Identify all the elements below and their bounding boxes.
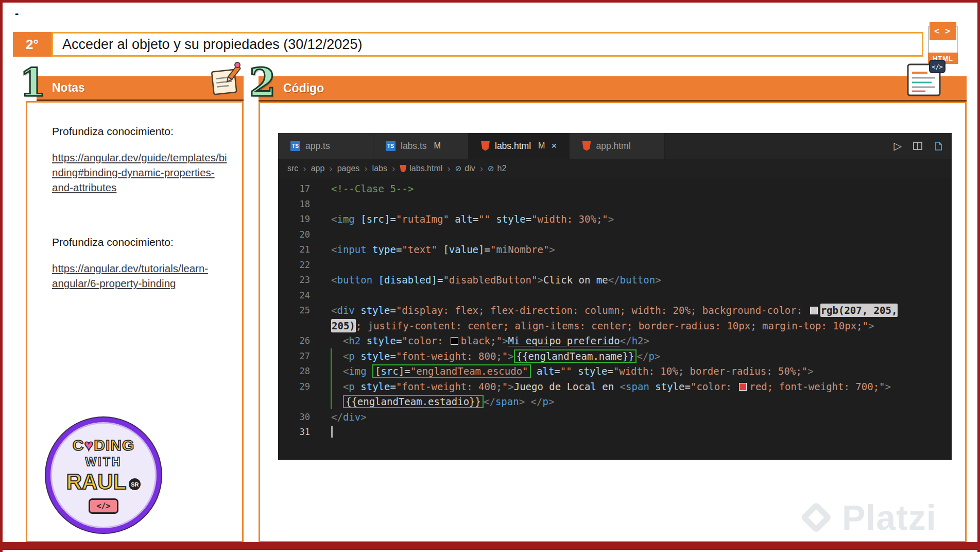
code-brackets-icon: < > xyxy=(930,22,956,40)
text-cursor xyxy=(331,426,333,438)
line-number: 27 xyxy=(278,349,310,364)
line-number: 23 xyxy=(278,273,310,288)
line-number: 20 xyxy=(278,227,310,243)
ts-file-icon: TS xyxy=(386,141,396,151)
ts-file-icon: TS xyxy=(290,141,300,151)
modified-badge: M xyxy=(538,141,545,150)
color-swatch xyxy=(810,307,818,314)
step-number-2: 2 xyxy=(249,63,276,102)
code-line-29: 29 <p style="font-weight: 400;">Juego de… xyxy=(278,379,952,395)
breadcrumb-separator: › xyxy=(480,163,483,174)
line-number: 29 xyxy=(278,379,310,395)
breadcrumb-item-pages[interactable]: pages xyxy=(337,164,360,173)
coding-with-raul-logo: C♥DING WITH RAULSR </> xyxy=(46,417,161,533)
code-line-26: 26 <h2 style="color: black;">Mi equipo p… xyxy=(278,333,952,349)
line-number xyxy=(278,394,310,410)
line-number: 19 xyxy=(278,212,310,227)
code-line-25: 25<div style="display: flex; flex-direct… xyxy=(278,303,952,319)
color-swatch xyxy=(739,383,747,391)
angular-property-binding-tutorial-link[interactable]: https://angular.dev/tutorials/learn-angu… xyxy=(52,261,231,291)
code-line-19: 19<img [src]="rutaImg" alt="" style="wid… xyxy=(278,212,952,227)
code-line-24: 24 xyxy=(278,288,952,304)
breadcrumb-separator: › xyxy=(364,163,367,174)
editor-actions: ▷ xyxy=(894,133,943,159)
line-number: 18 xyxy=(278,197,310,212)
run-icon[interactable]: ▷ xyxy=(894,140,902,152)
indent-guide xyxy=(331,348,332,409)
html-file-badge-icon: < > HTML xyxy=(927,22,959,64)
breadcrumb-separator: › xyxy=(392,163,395,174)
code-line-28: 28 <img [src]="englandTeam.escudo" alt="… xyxy=(278,364,952,379)
breadcrumb-item-labs.html[interactable]: labs.html xyxy=(400,164,442,173)
line-number: 17 xyxy=(278,181,310,197)
html-file-icon xyxy=(582,141,591,151)
code-section-header: Código xyxy=(259,76,967,102)
split-editor-icon[interactable] xyxy=(913,142,922,150)
code-line-wrap: {{englandTeam.estadio}}</span> </p> xyxy=(278,394,952,410)
line-number: 24 xyxy=(278,288,310,304)
html-file-icon xyxy=(481,141,490,151)
bottom-red-bar xyxy=(3,542,977,550)
line-number: 31 xyxy=(278,425,310,440)
code-line-30: 30</div> xyxy=(278,410,952,425)
close-tab-icon[interactable]: × xyxy=(551,140,557,152)
breadcrumb-item-h2[interactable]: ⊘h2 xyxy=(488,164,506,173)
breadcrumb-item-src[interactable]: src xyxy=(287,164,298,173)
code-header-label: Código xyxy=(283,81,324,95)
heart-icon: ♥ xyxy=(84,437,94,454)
code-area[interactable]: 17<!--Clase 5-->1819<img [src]="rutaImg"… xyxy=(278,178,952,460)
logo-line-raul: RAULSR xyxy=(66,470,141,494)
editor-tabs: TSapp.tsTSlabs.tsMlabs.htmlM×app.html ▷ xyxy=(278,133,952,159)
logo-line-coding: C♥DING xyxy=(73,437,134,454)
class-number-badge: 2° xyxy=(13,32,51,57)
code-line-18: 18 xyxy=(278,197,952,212)
notes-heading-2: Profundiza conocimiento: xyxy=(52,236,242,248)
sr-badge: SR xyxy=(129,478,141,490)
breadcrumb: src›app›pages›labs›labs.html›⊘div›⊘h2 xyxy=(278,159,952,178)
symbol-icon: ⊘ xyxy=(455,164,462,173)
breadcrumb-item-labs[interactable]: labs xyxy=(372,164,387,173)
page-title-box: Acceder al objeto y su propiedades (30/1… xyxy=(51,32,923,57)
modified-badge: M xyxy=(434,141,441,150)
tab-label: labs.html xyxy=(495,141,531,152)
line-number: 25 xyxy=(278,303,310,319)
code-line-20: 20 xyxy=(278,227,952,243)
tab-app.ts[interactable]: TSapp.ts xyxy=(278,133,373,159)
vscode-editor: TSapp.tsTSlabs.tsMlabs.htmlM×app.html ▷ … xyxy=(278,133,952,460)
symbol-icon: ⊘ xyxy=(488,164,494,173)
sticky-note-icon xyxy=(208,60,242,97)
logo-line-with: WITH xyxy=(85,455,122,469)
tab-label: labs.ts xyxy=(401,141,427,152)
code-document-icon: </> xyxy=(905,59,947,99)
tab-label: app.ts xyxy=(305,141,330,152)
tab-label: app.html xyxy=(596,141,630,152)
notes-heading-1: Profundiza conocimiento: xyxy=(52,125,242,138)
code-line-23: 23<button [disabled]="disabledButton">Cl… xyxy=(278,273,952,288)
line-number: 26 xyxy=(278,333,310,349)
tab-labs.ts[interactable]: TSlabs.tsM xyxy=(373,133,469,159)
line-number xyxy=(278,319,310,334)
code-line-17: 17<!--Clase 5--> xyxy=(278,181,952,197)
open-file-icon[interactable] xyxy=(934,141,943,151)
breadcrumb-separator: › xyxy=(329,163,332,174)
page-title: Acceder al objeto y su propiedades (30/1… xyxy=(62,37,362,53)
breadcrumb-item-app[interactable]: app xyxy=(311,164,325,173)
svg-text:</>: </> xyxy=(932,63,943,71)
code-line-31: 31 xyxy=(278,425,952,440)
notes-header-label: Notas xyxy=(52,81,85,95)
code-line-22: 22 xyxy=(278,258,952,273)
line-number: 30 xyxy=(278,410,310,425)
color-swatch xyxy=(451,337,458,345)
tab-labs.html[interactable]: labs.htmlM× xyxy=(469,133,570,159)
top-dash: - xyxy=(15,7,19,20)
tab-app.html[interactable]: app.html xyxy=(570,133,665,159)
page: - 2° Acceder al objeto y su propiedades … xyxy=(0,0,980,552)
html-file-icon xyxy=(400,165,406,173)
code-window-icon: </> xyxy=(89,498,118,514)
code-line-wrap: 205); justify-content: center; align-ite… xyxy=(278,319,952,334)
breadcrumb-item-div[interactable]: ⊘div xyxy=(455,164,475,173)
line-number: 28 xyxy=(278,364,310,379)
line-number: 21 xyxy=(278,242,310,258)
angular-binding-guide-link[interactable]: https://angular.dev/guide/templates/bind… xyxy=(52,150,231,195)
step-number-1: 1 xyxy=(20,63,46,102)
